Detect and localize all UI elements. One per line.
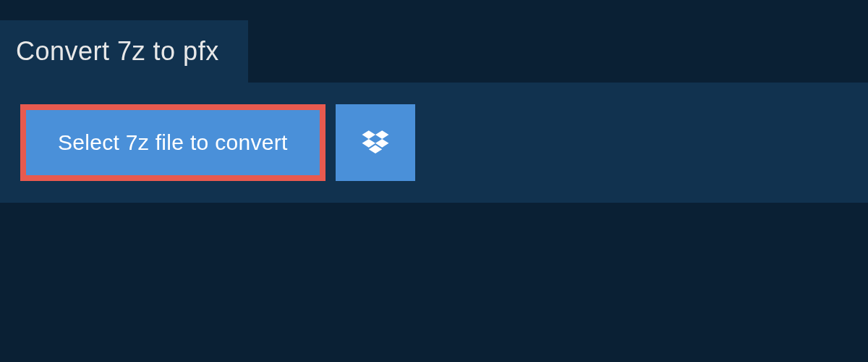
button-row: Select 7z file to convert [20, 104, 848, 181]
content-panel: Select 7z file to convert [0, 83, 868, 203]
tab-header: Convert 7z to pfx [0, 20, 248, 83]
page-title: Convert 7z to pfx [16, 36, 219, 67]
select-file-label: Select 7z file to convert [58, 130, 288, 155]
select-file-button[interactable]: Select 7z file to convert [20, 104, 326, 181]
dropbox-icon [360, 127, 391, 158]
dropbox-button[interactable] [336, 104, 415, 181]
bottom-area [0, 203, 868, 348]
